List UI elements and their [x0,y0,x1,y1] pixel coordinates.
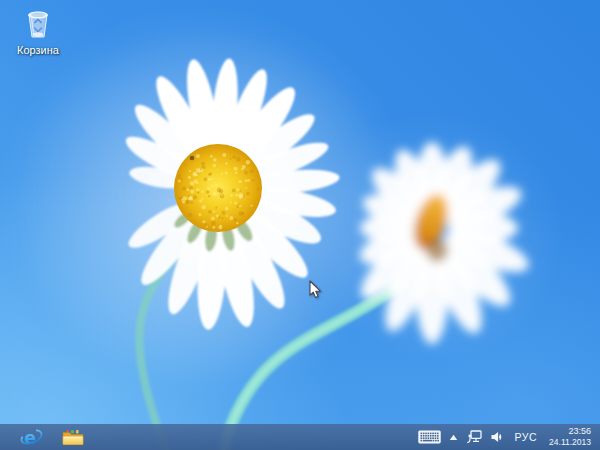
taskbar-clock[interactable]: 23:56 24.11.2013 [546,426,591,449]
desktop-icon-recycle-bin[interactable]: Корзина [6,6,70,58]
system-tray: РУС 23:56 24.11.2013 [417,424,600,450]
file-explorer-icon [62,429,84,446]
mouse-cursor [309,280,322,299]
touch-keyboard-icon [418,430,441,444]
svg-text:e: e [24,427,36,447]
taskbar-pinned-apps: e [0,424,86,450]
network-icon [466,430,482,444]
recycle-bin-icon [21,6,55,40]
show-hidden-icons-button[interactable] [448,424,459,450]
taskbar: e [0,424,600,450]
network-button[interactable] [465,424,483,450]
desktop: Корзина e [0,0,600,450]
internet-explorer-button[interactable]: e [18,424,44,450]
clock-time: 23:56 [568,426,591,438]
file-explorer-button[interactable] [60,424,86,450]
touch-keyboard-button[interactable] [417,424,442,450]
volume-icon [490,431,505,443]
volume-button[interactable] [489,424,506,450]
internet-explorer-icon: e [20,426,43,449]
desktop-icon-label: Корзина [17,44,59,56]
show-hidden-icons-icon [449,434,458,441]
clock-date: 24.11.2013 [549,437,591,448]
wallpaper-daisies [0,0,600,450]
language-indicator[interactable]: РУС [512,431,541,443]
